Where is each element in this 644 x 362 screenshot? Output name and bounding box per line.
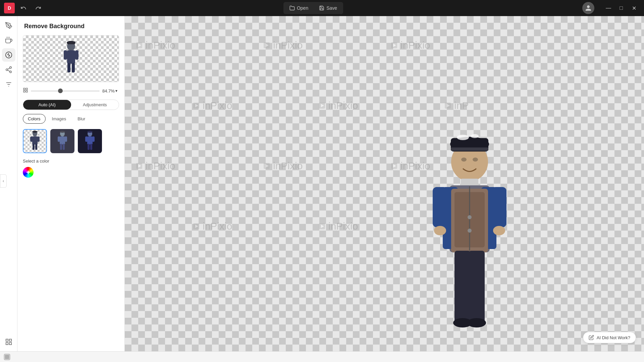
svg-rect-48 [85, 136, 88, 142]
sub-tab-colors[interactable]: Colors [23, 114, 46, 124]
watermark-4: inPixio [192, 100, 232, 111]
bg-option-dark1[interactable] [50, 129, 74, 153]
svg-rect-58 [391, 42, 397, 48]
open-button[interactable]: Open [285, 3, 313, 13]
sidebar-item-background[interactable] [2, 48, 15, 62]
svg-marker-61 [195, 104, 198, 107]
svg-rect-106 [7, 357, 9, 359]
svg-rect-26 [72, 63, 75, 72]
watermark-11: inPixio [318, 221, 358, 232]
close-button[interactable]: ✕ [628, 2, 640, 14]
svg-rect-47 [87, 136, 93, 144]
svg-rect-62 [319, 103, 325, 109]
svg-marker-69 [266, 164, 269, 168]
watermark-10: inPixio [192, 221, 232, 232]
titlebar: D Open Save — □ ✕ [0, 0, 644, 16]
svg-point-82 [461, 158, 467, 162]
svg-rect-22 [67, 50, 75, 64]
window-controls: — □ ✕ [602, 2, 640, 14]
add-color-button[interactable] [23, 167, 34, 178]
ai-did-not-work-button[interactable]: AI Did Not Work? [583, 332, 636, 343]
pencil-icon [589, 335, 594, 340]
canvas-person [423, 130, 517, 331]
svg-rect-51 [90, 144, 92, 150]
svg-rect-25 [67, 63, 70, 72]
svg-marker-55 [138, 44, 141, 47]
svg-point-94 [468, 229, 472, 233]
svg-rect-37 [35, 144, 37, 150]
svg-rect-96 [492, 187, 506, 227]
svg-line-11 [7, 68, 9, 69]
svg-rect-56 [264, 42, 270, 48]
statusbar-grid-button[interactable] [4, 354, 10, 360]
svg-rect-66 [136, 163, 142, 169]
zoom-dropdown[interactable]: ▾ [115, 88, 117, 93]
maximize-button[interactable]: □ [615, 2, 627, 14]
svg-point-85 [471, 134, 479, 138]
svg-rect-27 [23, 88, 25, 90]
watermarks: inPixio inPixio inPixio inPixio inPixio [125, 16, 644, 351]
panel-title: Remove Background [17, 16, 124, 35]
svg-rect-99 [454, 251, 471, 324]
sub-tab-blur[interactable]: Blur [72, 114, 90, 124]
watermark-1: inPixio [135, 40, 175, 51]
svg-rect-72 [193, 223, 199, 229]
sub-tab-images[interactable]: Images [47, 114, 71, 124]
svg-marker-63 [321, 104, 324, 107]
zoom-bar: 84.7% ▾ [23, 87, 119, 94]
bg-option-transparent[interactable] [23, 129, 47, 153]
svg-point-98 [493, 226, 505, 235]
zoom-slider[interactable] [31, 90, 100, 92]
svg-rect-40 [60, 136, 65, 144]
sidebar-item-grid[interactable] [2, 335, 15, 349]
svg-rect-34 [30, 136, 33, 142]
user-avatar[interactable] [582, 2, 594, 14]
svg-point-93 [468, 215, 472, 219]
svg-rect-35 [37, 136, 40, 142]
svg-marker-67 [138, 164, 141, 168]
svg-marker-75 [321, 225, 324, 228]
sidebar-item-brush[interactable] [2, 19, 15, 32]
svg-point-46 [87, 131, 93, 133]
svg-rect-21 [67, 42, 75, 44]
svg-rect-70 [391, 163, 397, 169]
plus-icon [26, 170, 31, 175]
sidebar-item-filters[interactable] [2, 78, 15, 91]
svg-rect-24 [75, 50, 78, 60]
watermark-5: inPixio [318, 100, 358, 111]
statusbar [0, 351, 644, 362]
action-buttons: Open Save [283, 2, 343, 14]
minimize-button[interactable]: — [602, 2, 614, 14]
sidebar-item-social[interactable] [2, 63, 15, 76]
watermark-6: inP [443, 100, 469, 111]
svg-marker-57 [266, 44, 269, 47]
save-button[interactable]: Save [314, 3, 342, 13]
sub-tab-group: Colors Images Blur [23, 114, 119, 124]
svg-rect-54 [136, 42, 142, 48]
main-tab-group: Auto (AI) Adjustments [23, 100, 119, 110]
tab-adjustments[interactable]: Adjustments [71, 100, 119, 110]
undo-button[interactable] [17, 2, 30, 14]
zoom-value: 84.7% ▾ [102, 88, 119, 94]
tab-auto-ai[interactable]: Auto (AI) [23, 100, 71, 110]
svg-point-84 [457, 135, 469, 140]
svg-rect-17 [6, 343, 8, 345]
svg-point-39 [60, 131, 65, 133]
main-area: ‹ Remove Background [0, 16, 644, 351]
redo-button[interactable] [32, 2, 44, 14]
svg-rect-103 [5, 355, 7, 356]
svg-rect-16 [9, 339, 11, 341]
svg-point-102 [467, 318, 486, 327]
svg-rect-15 [6, 339, 8, 341]
svg-point-83 [473, 158, 478, 162]
svg-rect-74 [319, 223, 325, 229]
svg-rect-64 [445, 103, 451, 109]
side-panel: ‹ Remove Background [17, 16, 125, 351]
svg-rect-100 [469, 251, 485, 324]
bg-option-dark2[interactable] [78, 129, 102, 153]
svg-rect-41 [58, 136, 60, 142]
svg-point-32 [32, 131, 38, 133]
sidebar-item-effects[interactable] [2, 34, 15, 47]
svg-rect-68 [264, 163, 270, 169]
svg-rect-28 [26, 88, 28, 90]
